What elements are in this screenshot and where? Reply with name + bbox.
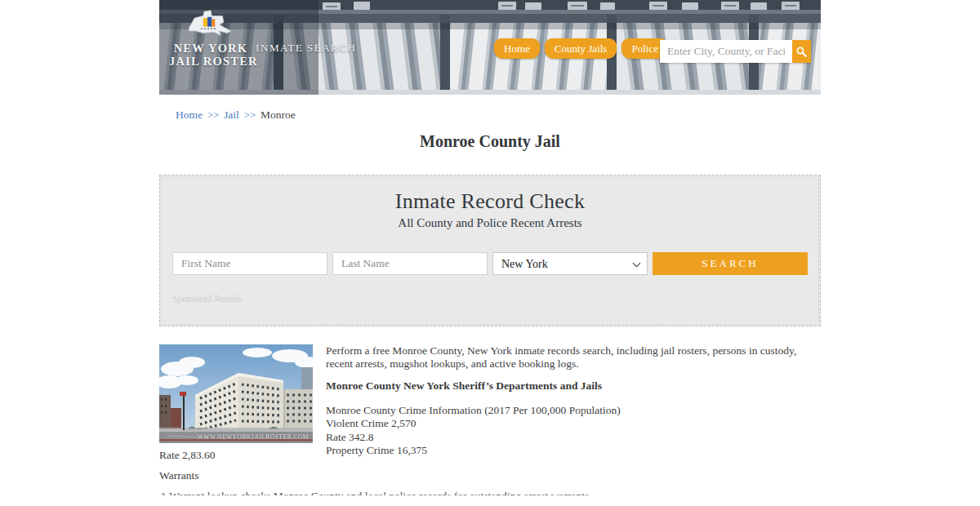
content-section: WWW.NEWYORKJAILROSTER.COM Rate 2,83.60 P… [159,344,821,462]
brand-title-line2: JAIL ROSTER [169,55,252,68]
inmate-record-check-box: Inmate Record Check All County and Polic… [159,175,821,326]
first-name-input[interactable] [172,252,327,275]
facility-search [660,40,811,63]
facility-search-input[interactable] [660,40,792,63]
sheriffs-heading: Monroe County New York Sheriff’s Departm… [326,380,821,393]
breadcrumb-current: Monroe [261,109,296,121]
clipped-bottom-text: A Warrant lookup checks Monroe County an… [159,490,821,495]
search-icon [796,47,807,57]
breadcrumb-home-link[interactable]: Home [176,109,203,121]
page-title: Monroe County Jail [159,132,821,151]
main-nav: Home County Jails Police [494,38,668,59]
warrants-label: Warrants [159,469,821,482]
state-select[interactable]: New York [492,252,648,275]
breadcrumb-separator: >> [207,109,219,121]
photo-watermark: WWW.NEWYORKJAILROSTER.COM [198,433,309,441]
record-check-search-button[interactable]: SEARCH [653,252,808,275]
breadcrumb: Home>>Jail>>Monroe [176,109,821,122]
record-check-title: Inmate Record Check [172,189,808,214]
breadcrumb-jail-link[interactable]: Jail [224,109,239,121]
hero-header: NEW YORK JAIL ROSTER INMATE SEARCH Home … [159,0,821,95]
breadcrumb-separator: >> [244,109,256,121]
state-select-wrap: New York [492,252,648,275]
intro-paragraph: Perform a free Monroe County, New York i… [326,344,821,371]
rate-caption: Rate 2,83.60 [159,449,313,462]
inmate-search-tagline: INMATE SEARCH [256,42,356,55]
page-container: NEW YORK JAIL ROSTER INMATE SEARCH Home … [159,0,821,495]
nav-home-button[interactable]: Home [494,38,540,59]
brand-title-line1: NEW YORK [169,42,252,55]
crime-info-line: Violent Crime 2,570 [326,417,821,430]
record-check-form: New York SEARCH [172,252,808,275]
nav-county-jails-button[interactable]: County Jails [545,38,617,59]
facility-search-button[interactable] [792,40,811,63]
jail-figure: WWW.NEWYORKJAILROSTER.COM Rate 2,83.60 [159,344,313,462]
jail-building-illustration [159,344,313,443]
sponsored-results-label: Sponsored Results [172,294,808,304]
last-name-input[interactable] [332,252,488,275]
record-check-subtitle: All County and Police Recent Arrests [172,216,808,230]
new-york-state-icon [187,8,234,41]
jail-building-photo: WWW.NEWYORKJAILROSTER.COM [159,344,313,443]
crime-info-line: Property Crime 16,375 [326,444,821,457]
crime-info-line: Monroe County Crime Information (2017 Pe… [326,404,821,417]
content-text-column: Perform a free Monroe County, New York i… [326,344,821,457]
crime-info-line: Rate 342.8 [326,431,821,444]
brand-logo[interactable]: NEW YORK JAIL ROSTER [169,8,252,68]
